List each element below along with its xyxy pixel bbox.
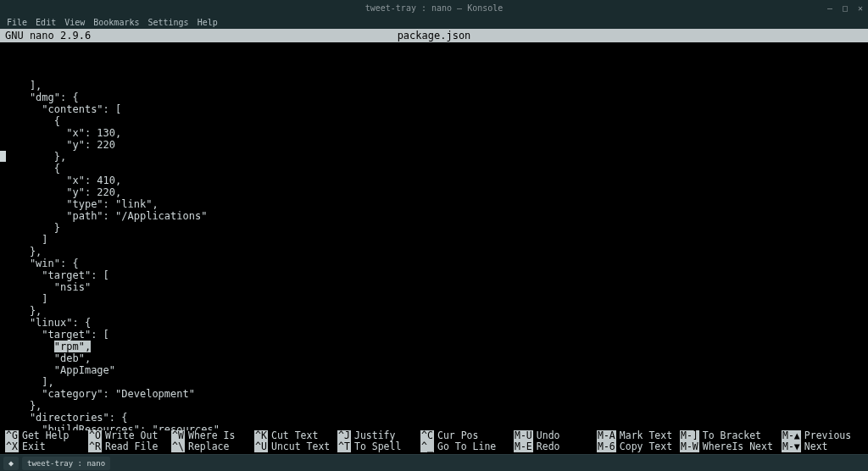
menu-file[interactable]: File	[7, 18, 27, 27]
editor-line: "dmg": {	[5, 91, 863, 103]
shortcut-item: M-6Copy Text	[597, 441, 680, 452]
shortcut-label: Redo	[533, 441, 560, 452]
editor-line: "x": 410,	[5, 175, 863, 186]
window-controls: – □ ✕	[826, 3, 865, 13]
editor-line: "AppImage"	[5, 364, 863, 376]
shortcut-key: M-W	[680, 441, 699, 452]
close-button[interactable]: ✕	[856, 3, 865, 13]
taskbar-item[interactable]: tweet-tray : nano	[22, 457, 110, 470]
editor-line: "y": 220	[5, 139, 863, 151]
shortcut-label: Copy Text	[616, 441, 672, 452]
shortcut-label: Go To Line	[434, 441, 496, 452]
shortcut-label: Exit	[19, 441, 46, 452]
editor-line: "nsis"	[5, 281, 863, 293]
editor-line: },	[5, 151, 863, 163]
editor-line: "path": "/Applications"	[5, 210, 863, 222]
menu-settings[interactable]: Settings	[147, 18, 188, 27]
editor-line: ],	[5, 376, 863, 388]
editor-line: "type": "link",	[5, 198, 863, 210]
menu-bookmarks[interactable]: Bookmarks	[93, 18, 139, 27]
editor-line: "category": "Development"	[5, 388, 863, 400]
taskbar-item-label: tweet-tray : nano	[27, 459, 105, 468]
shortcut-item: ^_Go To Line	[420, 441, 514, 452]
menubar: File Edit View Bookmarks Settings Help	[0, 15, 868, 29]
editor-line: ],	[5, 80, 863, 91]
editor-line: {	[5, 115, 863, 127]
editor-line: "rpm",	[5, 341, 863, 352]
taskbar: ◆ tweet-tray : nano	[0, 454, 868, 471]
shortcut-key: ^T	[337, 441, 351, 452]
shortcut-item: M-ERedo	[514, 441, 597, 452]
shortcut-key: ^_	[420, 441, 434, 452]
shortcut-key: M-6	[597, 441, 616, 452]
nano-header: GNU nano 2.9.6 package.json	[0, 29, 868, 42]
shortcut-label: Read File	[102, 441, 158, 452]
selection-highlight: "rpm",	[54, 341, 91, 352]
shortcut-key: M-▼	[782, 441, 801, 452]
editor-line: ]	[5, 234, 863, 246]
shortcut-key: ^X	[5, 441, 19, 452]
shortcut-key: M-E	[514, 441, 533, 452]
menu-edit[interactable]: Edit	[36, 18, 56, 27]
shortcut-label: WhereIs Next	[699, 441, 773, 452]
editor-line: ]	[5, 293, 863, 305]
shortcut-label: To Spell	[351, 441, 401, 452]
shortcut-key: ^\	[171, 441, 185, 452]
editor-line: },	[5, 305, 863, 317]
editor-line: }	[5, 222, 863, 234]
editor-line: "x": 130,	[5, 127, 863, 139]
editor-content: ], "dmg": { "contents": [ { "x": 130, "y…	[5, 80, 863, 430]
window-titlebar: tweet-tray : nano — Konsole – □ ✕	[0, 0, 868, 15]
shortcut-item: ^RRead File	[88, 441, 171, 452]
shortcut-row-2: ^XExit^RRead File^\Replace^UUncut Text^T…	[5, 441, 863, 452]
editor-line: "win": {	[5, 258, 863, 269]
editor-line: "contents": [	[5, 103, 863, 115]
shortcut-label: Next	[801, 441, 828, 452]
nano-version: GNU nano 2.9.6	[5, 30, 91, 42]
shortcut-label: Uncut Text	[268, 441, 330, 452]
start-button[interactable]: ◆	[3, 457, 19, 470]
start-icon: ◆	[8, 458, 14, 468]
minimize-button[interactable]: –	[826, 3, 834, 13]
editor-line: },	[5, 400, 863, 412]
shortcut-label: Replace	[185, 441, 229, 452]
shortcut-key: ^R	[88, 441, 102, 452]
editor-line: "linux": {	[5, 317, 863, 329]
editor-line: "buildResources": "resources",	[5, 424, 863, 430]
text-cursor	[0, 151, 6, 162]
shortcut-item: ^XExit	[5, 441, 88, 452]
shortcut-item: ^\Replace	[171, 441, 254, 452]
editor-area[interactable]: ], "dmg": { "contents": [ { "x": 130, "y…	[0, 42, 868, 430]
shortcut-item: M-WWhereIs Next	[680, 441, 782, 452]
menu-help[interactable]: Help	[198, 18, 218, 27]
shortcut-item: ^TTo Spell	[337, 441, 420, 452]
editor-line: "deb",	[5, 352, 863, 364]
maximize-button[interactable]: □	[841, 3, 849, 13]
shortcut-item: ^UUncut Text	[254, 441, 337, 452]
menu-view[interactable]: View	[64, 18, 85, 27]
editor-line: },	[5, 246, 863, 258]
editor-line: "target": [	[5, 269, 863, 281]
shortcut-item: M-▼Next	[782, 441, 865, 452]
shortcut-key: ^U	[254, 441, 268, 452]
nano-filename: package.json	[398, 30, 471, 42]
editor-line: "target": [	[5, 329, 863, 341]
nano-shortcut-bar: ^GGet Help^OWrite Out^WWhere Is^KCut Tex…	[0, 430, 868, 454]
editor-line: "directories": {	[5, 412, 863, 424]
window-title: tweet-tray : nano — Konsole	[365, 3, 504, 13]
editor-line: "y": 220,	[5, 186, 863, 198]
editor-line: {	[5, 163, 863, 175]
